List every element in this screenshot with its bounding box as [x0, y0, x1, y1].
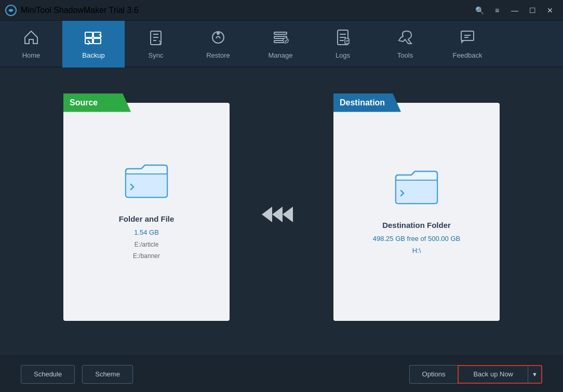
app-title: MiniTool ShadowMaker Trial 3.6: [21, 6, 139, 15]
bottombar: Schedule Scheme Options Back up Now ▼: [0, 356, 563, 392]
nav-item-restore[interactable]: Restore: [187, 21, 249, 67]
destination-folder-icon: [393, 167, 440, 208]
menu-button[interactable]: ≡: [489, 4, 505, 17]
bottombar-right-buttons: Options Back up Now ▼: [409, 365, 542, 384]
direction-arrow: [261, 201, 302, 227]
search-button[interactable]: 🔍: [472, 4, 487, 17]
feedback-icon: [459, 29, 476, 48]
titlebar: MiniTool ShadowMaker Trial 3.6 🔍 ≡ — ☐ ✕: [0, 0, 563, 21]
nav-item-sync[interactable]: Sync: [125, 21, 187, 67]
source-title: Folder and File: [119, 214, 175, 223]
nav-item-manage[interactable]: Manage: [249, 21, 312, 67]
nav-item-tools[interactable]: Tools: [374, 21, 436, 67]
minimize-icon: —: [511, 6, 518, 15]
svg-rect-8: [274, 32, 287, 34]
chevron-down-icon: ▼: [532, 371, 538, 377]
source-header: Source: [63, 93, 131, 112]
maximize-icon: ☐: [529, 6, 536, 15]
svg-point-7: [217, 32, 220, 35]
nav-label-manage: Manage: [269, 51, 293, 59]
svg-rect-1: [85, 32, 92, 37]
backup-icon: [84, 29, 103, 48]
maximize-button[interactable]: ☐: [525, 4, 540, 17]
destination-card[interactable]: Destination Destination Folder 498.25 GB…: [333, 103, 500, 321]
source-paths: E:/articleE:/banner: [133, 239, 160, 262]
source-card[interactable]: Source Folder and File 1.54 GB E:/articl…: [63, 103, 230, 321]
sync-icon: [148, 29, 164, 48]
backup-now-button[interactable]: Back up Now: [458, 365, 528, 384]
nav-item-home[interactable]: Home: [0, 21, 62, 67]
manage-icon: [272, 29, 289, 48]
restore-icon: [210, 29, 226, 48]
source-folder-icon: [123, 161, 170, 202]
scheme-button[interactable]: Scheme: [82, 365, 133, 384]
logs-icon: [334, 29, 351, 48]
source-size: 1.54 GB: [134, 228, 159, 236]
nav-item-feedback[interactable]: Feedback: [436, 21, 499, 67]
navbar: Home Backup Sync: [0, 21, 563, 67]
nav-label-backup: Backup: [82, 51, 104, 59]
backup-now-dropdown-button[interactable]: ▼: [528, 365, 542, 384]
hamburger-icon: ≡: [495, 6, 499, 15]
schedule-button[interactable]: Schedule: [21, 365, 75, 384]
close-icon: ✕: [547, 6, 553, 15]
close-button[interactable]: ✕: [542, 4, 558, 17]
nav-label-tools: Tools: [397, 51, 413, 59]
destination-size: 498.25 GB free of 500.00 GB: [373, 235, 460, 242]
app-logo-icon: [5, 5, 17, 16]
nav-label-logs: Logs: [336, 51, 350, 59]
nav-label-restore: Restore: [206, 51, 230, 59]
svg-point-11: [283, 38, 288, 43]
destination-path: H:\: [412, 246, 421, 256]
nav-item-backup[interactable]: Backup: [62, 21, 125, 67]
search-icon: 🔍: [475, 6, 484, 15]
main-content: Source Folder and File 1.54 GB E:/articl…: [0, 67, 563, 356]
bottombar-left-buttons: Schedule Scheme: [21, 365, 133, 384]
tools-icon: [397, 29, 413, 48]
titlebar-controls: 🔍 ≡ — ☐ ✕: [472, 4, 558, 17]
destination-title: Destination Folder: [382, 221, 451, 229]
nav-label-sync: Sync: [149, 51, 164, 59]
nav-label-feedback: Feedback: [452, 51, 482, 59]
destination-header: Destination: [333, 93, 401, 112]
nav-label-home: Home: [22, 51, 41, 59]
svg-rect-4: [93, 38, 101, 44]
home-icon: [23, 29, 39, 48]
minimize-button[interactable]: —: [507, 4, 522, 17]
nav-item-logs[interactable]: Logs: [312, 21, 374, 67]
options-button[interactable]: Options: [409, 365, 458, 384]
titlebar-left: MiniTool ShadowMaker Trial 3.6: [5, 5, 139, 16]
